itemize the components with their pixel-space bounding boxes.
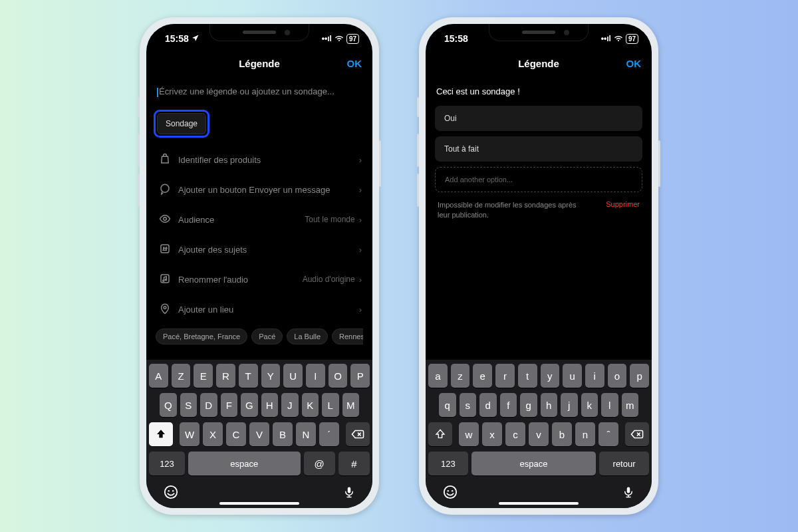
numeric-key[interactable]: 123 — [428, 452, 468, 475]
poll-question[interactable]: Ceci est un sondage ! — [436, 86, 641, 96]
key-k[interactable]: k — [581, 393, 598, 417]
location-chip[interactable]: Rennes — [332, 329, 363, 344]
key-n[interactable]: N — [296, 422, 316, 446]
svg-point-8 — [168, 490, 170, 491]
delete-poll-button[interactable]: Supprimer — [606, 200, 640, 208]
key-i[interactable]: I — [306, 364, 325, 388]
option-row[interactable]: Ajouter un lieu › — [156, 295, 363, 325]
signal-icon: ••ıl — [322, 34, 332, 43]
key-ˆ[interactable]: ˆ — [598, 422, 618, 446]
key-d[interactable]: d — [479, 393, 497, 417]
key-z[interactable]: z — [451, 364, 470, 388]
poll-option-1[interactable]: Oui — [435, 106, 642, 131]
eye-icon — [157, 213, 173, 227]
location-chip[interactable]: Pacé, Bretagne, France — [156, 329, 247, 344]
key-p[interactable]: p — [630, 364, 649, 388]
home-indicator[interactable] — [499, 502, 579, 505]
add-option-input[interactable]: Add another option... — [435, 167, 642, 192]
key-f[interactable]: F — [221, 393, 238, 417]
space-key[interactable]: espace — [188, 452, 301, 475]
key-a[interactable]: a — [428, 364, 448, 388]
caption-input[interactable]: Écrivez une légende ou ajoutez un sondag… — [157, 86, 362, 97]
key-l[interactable]: L — [322, 393, 339, 417]
key-t[interactable]: T — [239, 364, 258, 388]
key-q[interactable]: q — [439, 393, 456, 417]
option-row[interactable]: Audience Tout le monde › — [156, 205, 363, 235]
key-g[interactable]: g — [520, 393, 537, 417]
key-j[interactable]: J — [281, 393, 299, 417]
key-o[interactable]: o — [608, 364, 627, 388]
mic-button[interactable] — [622, 485, 634, 503]
key-s[interactable]: s — [460, 393, 477, 417]
key-o[interactable]: O — [329, 364, 348, 388]
key-c[interactable]: c — [505, 422, 525, 446]
key-´[interactable]: ´ — [319, 422, 339, 446]
key-y[interactable]: Y — [261, 364, 281, 388]
key-m[interactable]: M — [342, 393, 360, 417]
poll-warning: Impossible de modifier les sondages aprè… — [438, 200, 577, 221]
ok-button[interactable]: OK — [626, 58, 642, 69]
key-n[interactable]: n — [575, 422, 595, 446]
key-e[interactable]: E — [194, 364, 213, 388]
key-l[interactable]: l — [601, 393, 618, 417]
option-row[interactable]: Identifier des produits › — [156, 145, 363, 175]
key-s[interactable]: S — [180, 393, 198, 417]
key-g[interactable]: G — [241, 393, 258, 417]
key-v[interactable]: v — [529, 422, 549, 446]
keyboard[interactable]: AZERTYUIOP QSDFGHJKLM WXCVBN´ 123 espace… — [146, 360, 372, 508]
at-key[interactable]: @ — [304, 452, 335, 475]
emoji-button[interactable] — [164, 485, 178, 503]
mic-button[interactable] — [343, 485, 355, 503]
key-r[interactable]: r — [495, 364, 515, 388]
backspace-key[interactable] — [346, 422, 370, 446]
return-key[interactable]: retour — [599, 452, 649, 475]
emoji-button[interactable] — [443, 485, 458, 503]
key-h[interactable]: H — [261, 393, 279, 417]
key-j[interactable]: j — [561, 393, 578, 417]
key-m[interactable]: m — [622, 393, 639, 417]
poll-option-2[interactable]: Tout à fait — [435, 136, 642, 162]
option-row[interactable]: Ajouter un bouton Envoyer un message › — [156, 175, 363, 205]
keyboard[interactable]: azertyuiop qsdfghjklm wxcvbnˆ 123 espace… — [426, 360, 652, 508]
key-f[interactable]: f — [500, 393, 517, 417]
ok-button[interactable]: OK — [347, 58, 362, 69]
key-k[interactable]: K — [302, 393, 319, 417]
home-indicator[interactable] — [219, 502, 299, 505]
key-b[interactable]: B — [273, 422, 293, 446]
key-w[interactable]: w — [459, 422, 479, 446]
key-a[interactable]: A — [149, 364, 168, 388]
key-x[interactable]: x — [482, 422, 502, 446]
key-q[interactable]: Q — [160, 393, 177, 417]
key-w[interactable]: W — [180, 422, 200, 446]
key-i[interactable]: i — [585, 364, 604, 388]
key-c[interactable]: C — [226, 422, 246, 446]
poll-chip[interactable]: Sondage — [157, 113, 206, 134]
option-row[interactable]: Ajouter des sujets › — [156, 235, 363, 265]
chevron-right-icon: › — [359, 215, 362, 225]
space-key[interactable]: espace — [471, 452, 596, 475]
key-b[interactable]: b — [552, 422, 572, 446]
key-v[interactable]: V — [249, 422, 269, 446]
location-chip[interactable]: La Bulle — [287, 329, 328, 344]
key-y[interactable]: y — [541, 364, 560, 388]
hash-key[interactable]: # — [338, 452, 370, 475]
key-d[interactable]: D — [200, 393, 217, 417]
side-button — [138, 174, 140, 207]
key-u[interactable]: u — [563, 364, 582, 388]
nav-header: Légende OK — [426, 51, 652, 76]
key-e[interactable]: e — [473, 364, 492, 388]
chevron-right-icon: › — [359, 245, 362, 255]
backspace-key[interactable] — [625, 422, 649, 446]
numeric-key[interactable]: 123 — [149, 452, 185, 475]
key-z[interactable]: Z — [172, 364, 191, 388]
key-t[interactable]: t — [518, 364, 537, 388]
key-x[interactable]: X — [203, 422, 223, 446]
key-r[interactable]: R — [216, 364, 235, 388]
key-h[interactable]: h — [541, 393, 558, 417]
key-p[interactable]: P — [350, 364, 370, 388]
shift-key[interactable] — [149, 422, 173, 446]
location-chip[interactable]: Pacé — [251, 329, 283, 344]
option-row[interactable]: Renommer l'audio Audio d'origine › — [156, 265, 363, 295]
shift-key[interactable] — [428, 422, 452, 446]
key-u[interactable]: U — [283, 364, 303, 388]
